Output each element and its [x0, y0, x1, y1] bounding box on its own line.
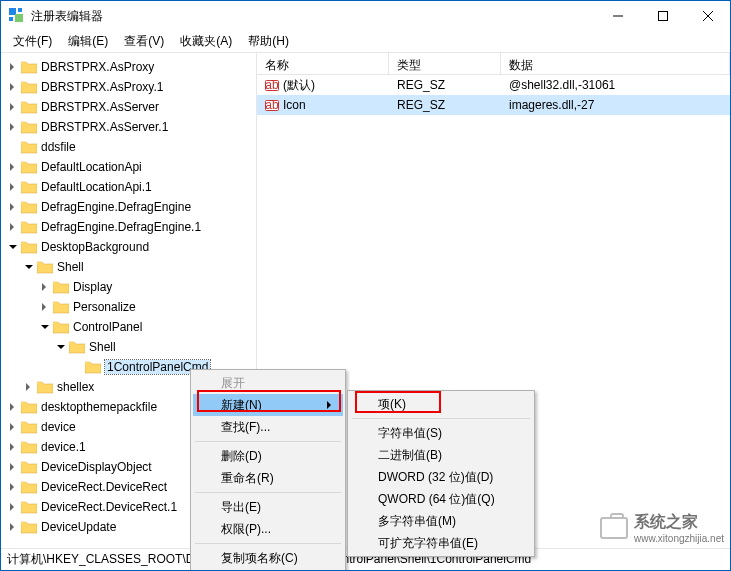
tree-twist-icon[interactable]	[5, 163, 21, 171]
col-type[interactable]: 类型	[389, 53, 501, 74]
menu-favorites[interactable]: 收藏夹(A)	[172, 31, 240, 52]
subctx-string[interactable]: 字符串值(S)	[350, 422, 532, 444]
col-data[interactable]: 数据	[501, 53, 730, 74]
svg-rect-11	[21, 122, 26, 124]
svg-rect-30	[21, 502, 26, 504]
watermark-text: 系统之家	[634, 512, 724, 533]
svg-rect-31	[21, 522, 26, 524]
ctx-copy-keyname[interactable]: 复制项名称(C)	[193, 547, 343, 569]
tree-twist-icon[interactable]	[5, 483, 21, 491]
tree-twist-icon[interactable]	[5, 443, 21, 451]
tree-node-label: Shell	[57, 260, 84, 274]
tree-node[interactable]: DBRSTPRX.AsServer.1	[1, 117, 256, 137]
tree-twist-icon[interactable]	[5, 223, 21, 231]
string-value-icon: ab	[265, 98, 279, 112]
tree-node[interactable]: ddsfile	[1, 137, 256, 157]
folder-icon	[53, 320, 69, 334]
subctx-expandstring[interactable]: 可扩充字符串值(E)	[350, 532, 532, 554]
tree-node-label: DBRSTPRX.AsProxy.1	[41, 80, 163, 94]
subctx-qword[interactable]: QWORD (64 位)值(Q)	[350, 488, 532, 510]
tree-node-label: DBRSTPRX.AsServer	[41, 100, 159, 114]
col-name[interactable]: 名称	[257, 53, 389, 74]
ctx-delete[interactable]: 删除(D)	[193, 445, 343, 467]
folder-icon	[21, 100, 37, 114]
svg-rect-2	[9, 17, 13, 21]
context-submenu-new: 项(K) 字符串值(S) 二进制值(B) DWORD (32 位)值(D) QW…	[347, 390, 535, 557]
ctx-export[interactable]: 导出(E)	[193, 496, 343, 518]
menu-view[interactable]: 查看(V)	[116, 31, 172, 52]
separator	[195, 543, 341, 544]
value-row[interactable]: abIconREG_SZimageres.dll,-27	[257, 95, 730, 115]
tree-node-label: DefragEngine.DefragEngine	[41, 200, 191, 214]
tree-twist-icon[interactable]	[5, 241, 21, 253]
tree-twist-icon[interactable]	[5, 403, 21, 411]
tree-node[interactable]: DefaultLocationApi.1	[1, 177, 256, 197]
svg-rect-12	[21, 142, 26, 144]
value-row[interactable]: ab(默认)REG_SZ@shell32.dll,-31061	[257, 75, 730, 95]
tree-twist-icon[interactable]	[5, 103, 21, 111]
tree-node[interactable]: ControlPanel	[1, 317, 256, 337]
tree-node[interactable]: DBRSTPRX.AsServer	[1, 97, 256, 117]
tree-node[interactable]: DBRSTPRX.AsProxy	[1, 57, 256, 77]
tree-twist-icon[interactable]	[53, 341, 69, 353]
tree-node[interactable]: Display	[1, 277, 256, 297]
subctx-dword[interactable]: DWORD (32 位)值(D)	[350, 466, 532, 488]
tree-twist-icon[interactable]	[5, 63, 21, 71]
tree-twist-icon[interactable]	[5, 463, 21, 471]
tree-twist-icon[interactable]	[5, 203, 21, 211]
tree-twist-icon[interactable]	[21, 383, 37, 391]
tree-twist-icon[interactable]	[5, 183, 21, 191]
folder-icon	[21, 500, 37, 514]
tree-twist-icon[interactable]	[5, 523, 21, 531]
string-value-icon: ab	[265, 78, 279, 92]
svg-rect-14	[21, 182, 26, 184]
ctx-permissions[interactable]: 权限(P)...	[193, 518, 343, 540]
folder-icon	[21, 80, 37, 94]
menubar: 文件(F) 编辑(E) 查看(V) 收藏夹(A) 帮助(H)	[1, 31, 730, 53]
menu-file[interactable]: 文件(F)	[5, 31, 60, 52]
tree-twist-icon[interactable]	[37, 321, 53, 333]
tree-node[interactable]: Shell	[1, 337, 256, 357]
folder-icon	[69, 340, 85, 354]
folder-icon	[21, 460, 37, 474]
tree-node-label: Display	[73, 280, 112, 294]
tree-twist-icon[interactable]	[5, 423, 21, 431]
minimize-button[interactable]	[595, 1, 640, 31]
ctx-new[interactable]: 新建(N)	[193, 394, 343, 416]
tree-node-label: DBRSTPRX.AsProxy	[41, 60, 154, 74]
ctx-find[interactable]: 查找(F)...	[193, 416, 343, 438]
column-headers: 名称 类型 数据	[257, 53, 730, 75]
subctx-binary[interactable]: 二进制值(B)	[350, 444, 532, 466]
maximize-button[interactable]	[640, 1, 685, 31]
window-title: 注册表编辑器	[31, 8, 595, 25]
tree-twist-icon[interactable]	[5, 83, 21, 91]
svg-rect-24	[37, 382, 42, 384]
tree-twist-icon[interactable]	[5, 123, 21, 131]
subctx-key[interactable]: 项(K)	[350, 393, 532, 415]
tree-node[interactable]: DefaultLocationApi	[1, 157, 256, 177]
tree-node[interactable]: DefragEngine.DefragEngine	[1, 197, 256, 217]
tree-twist-icon[interactable]	[5, 503, 21, 511]
svg-rect-23	[85, 362, 90, 364]
menu-help[interactable]: 帮助(H)	[240, 31, 297, 52]
tree-twist-icon[interactable]	[37, 303, 53, 311]
svg-rect-15	[21, 202, 26, 204]
folder-icon	[21, 420, 37, 434]
tree-node[interactable]: Shell	[1, 257, 256, 277]
menu-edit[interactable]: 编辑(E)	[60, 31, 116, 52]
tree-twist-icon[interactable]	[37, 283, 53, 291]
tree-node[interactable]: DBRSTPRX.AsProxy.1	[1, 77, 256, 97]
separator	[195, 492, 341, 493]
svg-rect-9	[21, 82, 26, 84]
tree-node[interactable]: DefragEngine.DefragEngine.1	[1, 217, 256, 237]
tree-node[interactable]: DesktopBackground	[1, 237, 256, 257]
tree-node[interactable]: Personalize	[1, 297, 256, 317]
tree-twist-icon[interactable]	[21, 261, 37, 273]
ctx-rename[interactable]: 重命名(R)	[193, 467, 343, 489]
folder-icon	[53, 280, 69, 294]
svg-rect-8	[21, 62, 26, 64]
subctx-multistring[interactable]: 多字符串值(M)	[350, 510, 532, 532]
svg-rect-10	[21, 102, 26, 104]
close-button[interactable]	[685, 1, 730, 31]
folder-icon	[21, 220, 37, 234]
